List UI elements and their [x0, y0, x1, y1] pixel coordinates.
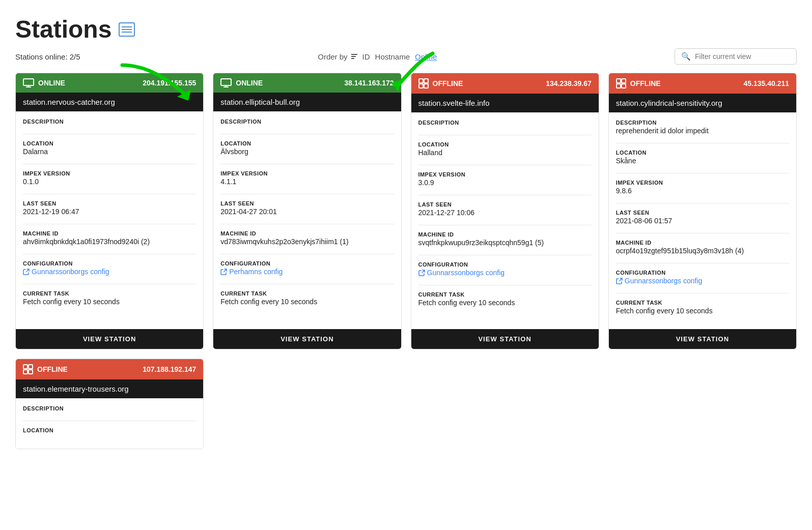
- card-body: DESCRIPTION LOCATION: [16, 398, 203, 449]
- svg-rect-13: [622, 79, 626, 83]
- search-icon: 🔍: [681, 52, 691, 61]
- sort-by-hostname[interactable]: Hostname: [375, 52, 410, 61]
- link-icon: [220, 269, 227, 275]
- location-group: LOCATION: [23, 427, 196, 434]
- svg-rect-17: [29, 365, 33, 369]
- toolbar-left: Stations online: 2/5: [15, 52, 80, 61]
- view-station-button[interactable]: VIEW STATION: [16, 329, 203, 349]
- card-header: OFFLINE 107.188.192.147: [16, 359, 203, 379]
- lastseen-value: 2021-12-19 06:47: [23, 208, 196, 216]
- lastseen-group: LAST SEEN 2021-08-06 01:57: [616, 210, 789, 225]
- svg-rect-18: [23, 370, 27, 374]
- machineid-group: MACHINE ID ahv8imkqbnkdqk1a0fi1973fnod92…: [23, 230, 196, 246]
- description-value: reprehenderit id dolor impedit: [616, 127, 789, 135]
- station-card: OFFLINE 134.238.39.67 station.svelte-lif…: [411, 73, 599, 349]
- svg-rect-10: [419, 84, 423, 88]
- currenttask-group: CURRENT TASK Fetch config every 10 secon…: [418, 291, 592, 307]
- card-hostname: station.svelte-life.info: [411, 94, 599, 112]
- currenttask-group: CURRENT TASK Fetch config every 10 secon…: [616, 300, 789, 315]
- sort-by-online[interactable]: Online: [415, 52, 437, 61]
- card-header-left: OFFLINE: [23, 364, 68, 374]
- config-link[interactable]: Gunnarssonborgs config: [23, 268, 196, 276]
- view-station-button[interactable]: VIEW STATION: [411, 329, 599, 349]
- svg-rect-8: [419, 79, 423, 83]
- status-badge: OFFLINE: [37, 365, 68, 373]
- machineid-value: ocrpf4o19zgtef951b15luq3y8m3v18h (4): [616, 247, 789, 255]
- card-body: DESCRIPTION reprehenderit id dolor imped…: [609, 112, 796, 329]
- card-header: ONLINE 204.191.155.155: [16, 73, 203, 93]
- card-header-left: ONLINE: [220, 78, 263, 87]
- page-title: Stations: [15, 15, 111, 43]
- toolbar: Stations online: 2/5 Order by ID Hostnam…: [15, 48, 797, 65]
- lastseen-label: LAST SEEN: [23, 200, 196, 207]
- machineid-group: MACHINE ID ocrpf4o19zgtef951b15luq3y8m3v…: [616, 240, 789, 255]
- lastseen-value: 2021-04-27 20:01: [220, 208, 394, 216]
- location-value: Älvsborg: [220, 148, 394, 156]
- config-link[interactable]: Gunnarssonborgs config: [418, 269, 592, 277]
- order-by-label: Order by: [318, 52, 357, 61]
- machineid-value: svqtfnkpkwupu9rz3eikqsptcqhn59g1 (5): [418, 239, 592, 247]
- link-icon: [418, 270, 425, 276]
- status-badge: OFFLINE: [433, 79, 463, 87]
- stations-count: Stations online: 2/5: [15, 52, 80, 61]
- description-group: DESCRIPTION: [23, 119, 196, 126]
- config-group: CONFIGURATION Perhamns config: [220, 260, 394, 276]
- sort-icon: [351, 54, 357, 59]
- status-badge: OFFLINE: [630, 79, 661, 87]
- location-group: LOCATION Halland: [418, 141, 592, 157]
- impex-value: 4.1.1: [220, 178, 394, 186]
- view-station-button[interactable]: VIEW STATION: [609, 329, 796, 349]
- location-value: Skåne: [616, 157, 789, 165]
- ip-address: 204.191.155.155: [143, 79, 196, 87]
- card-hostname: station.nervous-catcher.org: [16, 93, 203, 111]
- config-label: CONFIGURATION: [220, 260, 394, 267]
- card-header: OFFLINE 45.135.40.211: [609, 73, 796, 94]
- status-badge: ONLINE: [38, 79, 65, 87]
- config-group: CONFIGURATION Gunnarssonborgs config: [418, 261, 592, 277]
- impex-value: 0.1.0: [23, 178, 196, 186]
- filter-input[interactable]: [695, 52, 790, 61]
- card-body: DESCRIPTION LOCATION Dalarna IMPEX VERSI…: [16, 111, 203, 329]
- card-body: DESCRIPTION LOCATION Halland IMPEX VERSI…: [411, 112, 599, 329]
- list-view-icon[interactable]: [119, 22, 135, 37]
- filter-container: 🔍: [675, 48, 797, 65]
- monitor-icon: [220, 78, 232, 87]
- sort-controls: Order by ID Hostname Online: [318, 52, 437, 61]
- sort-by-id[interactable]: ID: [362, 52, 370, 61]
- impex-label: IMPEX VERSION: [220, 170, 394, 176]
- config-link[interactable]: Gunnarssonborgs config: [616, 277, 789, 285]
- machineid-label: MACHINE ID: [418, 231, 592, 238]
- machineid-value: vd783iwmqvkuhs2p2o3enykjs7ihiim1 (1): [220, 238, 394, 246]
- location-group: LOCATION Dalarna: [23, 140, 196, 156]
- config-link[interactable]: Perhamns config: [220, 268, 394, 276]
- currenttask-label: CURRENT TASK: [220, 290, 394, 297]
- currenttask-label: CURRENT TASK: [23, 290, 196, 297]
- ip-address: 107.188.192.147: [143, 365, 196, 373]
- ip-address: 38.141.163.172: [344, 79, 394, 87]
- location-label: LOCATION: [23, 140, 196, 146]
- view-station-button[interactable]: VIEW STATION: [213, 329, 401, 349]
- page-header: Stations: [15, 15, 797, 43]
- location-label: LOCATION: [418, 141, 592, 148]
- currenttask-label: CURRENT TASK: [616, 300, 789, 306]
- svg-rect-12: [617, 79, 621, 83]
- lastseen-group: LAST SEEN 2021-12-19 06:47: [23, 200, 196, 216]
- card-header: ONLINE 38.141.163.172: [213, 73, 401, 93]
- stations-grid: ONLINE 204.191.155.155 station.nervous-c…: [15, 73, 797, 349]
- currenttask-value: Fetch config every 10 seconds: [23, 298, 196, 306]
- description-label: DESCRIPTION: [616, 120, 789, 126]
- card-hostname: station.elliptical-bull.org: [213, 93, 401, 111]
- location-value: Dalarna: [23, 148, 196, 156]
- description-group: DESCRIPTION reprehenderit id dolor imped…: [616, 120, 789, 135]
- location-group: LOCATION Älvsborg: [220, 140, 394, 156]
- station-card: ONLINE 204.191.155.155 station.nervous-c…: [15, 73, 204, 349]
- machineid-label: MACHINE ID: [23, 230, 196, 237]
- card-header-left: ONLINE: [23, 78, 65, 87]
- currenttask-group: CURRENT TASK Fetch config every 10 secon…: [220, 290, 394, 306]
- impex-value: 3.0.9: [418, 179, 592, 187]
- card-header-left: OFFLINE: [418, 78, 463, 89]
- lastseen-value: 2021-08-06 01:57: [616, 217, 789, 225]
- card-hostname: station.elementary-trousers.org: [16, 379, 203, 398]
- description-label: DESCRIPTION: [418, 120, 592, 126]
- station-card: ONLINE 38.141.163.172 station.elliptical…: [213, 73, 401, 349]
